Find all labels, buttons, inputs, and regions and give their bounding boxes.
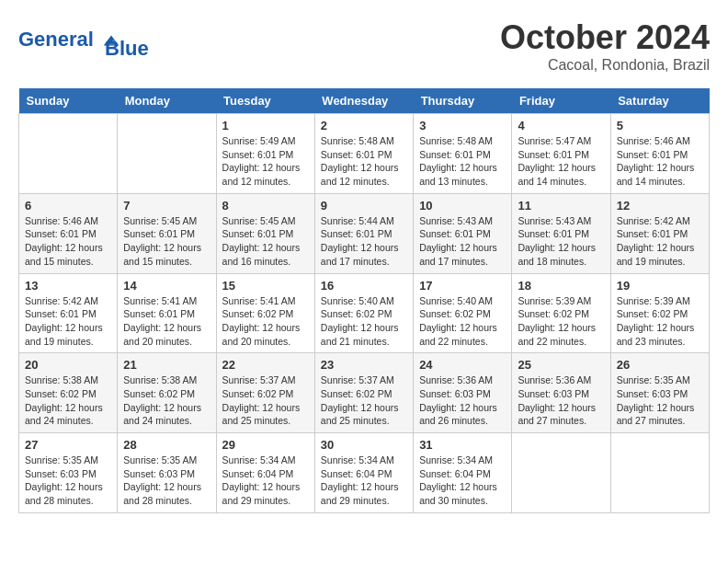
- calendar-table: SundayMondayTuesdayWednesdayThursdayFrid…: [18, 88, 710, 513]
- calendar-cell: [118, 114, 216, 194]
- day-info: Sunrise: 5:34 AM Sunset: 6:04 PM Dayligh…: [222, 454, 309, 508]
- day-info: Sunrise: 5:39 AM Sunset: 6:02 PM Dayligh…: [518, 294, 604, 349]
- day-info: Sunrise: 5:48 AM Sunset: 6:01 PM Dayligh…: [321, 134, 407, 189]
- calendar-cell: 31Sunrise: 5:34 AM Sunset: 6:04 PM Dayli…: [414, 433, 512, 513]
- calendar-week-4: 20Sunrise: 5:38 AM Sunset: 6:02 PM Dayli…: [19, 353, 710, 433]
- day-info: Sunrise: 5:35 AM Sunset: 6:03 PM Dayligh…: [25, 454, 111, 508]
- calendar-cell: 12Sunrise: 5:42 AM Sunset: 6:01 PM Dayli…: [610, 193, 709, 273]
- calendar-cell: 1Sunrise: 5:49 AM Sunset: 6:01 PM Daylig…: [216, 114, 314, 194]
- calendar-cell: 8Sunrise: 5:45 AM Sunset: 6:01 PM Daylig…: [216, 193, 314, 273]
- day-number: 6: [25, 199, 111, 213]
- day-info: Sunrise: 5:34 AM Sunset: 6:04 PM Dayligh…: [321, 454, 407, 508]
- day-info: Sunrise: 5:41 AM Sunset: 6:02 PM Dayligh…: [222, 294, 309, 349]
- calendar-cell: 9Sunrise: 5:44 AM Sunset: 6:01 PM Daylig…: [314, 193, 413, 273]
- weekday-wednesday: Wednesday: [314, 88, 413, 114]
- calendar-cell: 6Sunrise: 5:46 AM Sunset: 6:01 PM Daylig…: [19, 193, 118, 273]
- calendar-cell: 11Sunrise: 5:43 AM Sunset: 6:01 PM Dayli…: [512, 193, 610, 273]
- day-info: Sunrise: 5:49 AM Sunset: 6:01 PM Dayligh…: [222, 134, 309, 189]
- day-info: Sunrise: 5:42 AM Sunset: 6:01 PM Dayligh…: [25, 294, 111, 349]
- day-info: Sunrise: 5:40 AM Sunset: 6:02 PM Dayligh…: [321, 294, 407, 349]
- calendar-cell: 16Sunrise: 5:40 AM Sunset: 6:02 PM Dayli…: [314, 273, 413, 353]
- day-number: 12: [617, 199, 703, 213]
- calendar-cell: 13Sunrise: 5:42 AM Sunset: 6:01 PM Dayli…: [19, 273, 118, 353]
- day-number: 22: [222, 358, 309, 372]
- day-number: 13: [25, 279, 111, 293]
- calendar-cell: 28Sunrise: 5:35 AM Sunset: 6:03 PM Dayli…: [118, 433, 216, 513]
- calendar-cell: 19Sunrise: 5:39 AM Sunset: 6:02 PM Dayli…: [610, 273, 709, 353]
- calendar-cell: 26Sunrise: 5:35 AM Sunset: 6:03 PM Dayli…: [610, 353, 709, 433]
- day-number: 29: [222, 438, 309, 452]
- calendar-cell: 23Sunrise: 5:37 AM Sunset: 6:02 PM Dayli…: [314, 353, 413, 433]
- calendar-header: SundayMondayTuesdayWednesdayThursdayFrid…: [19, 88, 710, 114]
- calendar-week-5: 27Sunrise: 5:35 AM Sunset: 6:03 PM Dayli…: [19, 433, 710, 513]
- calendar-cell: 10Sunrise: 5:43 AM Sunset: 6:01 PM Dayli…: [414, 193, 512, 273]
- day-number: 16: [321, 279, 407, 293]
- weekday-sunday: Sunday: [19, 88, 118, 114]
- day-number: 31: [419, 438, 506, 452]
- calendar-cell: 21Sunrise: 5:38 AM Sunset: 6:02 PM Dayli…: [118, 353, 216, 433]
- day-info: Sunrise: 5:36 AM Sunset: 6:03 PM Dayligh…: [419, 373, 506, 428]
- day-info: Sunrise: 5:35 AM Sunset: 6:03 PM Dayligh…: [123, 454, 210, 508]
- day-info: Sunrise: 5:40 AM Sunset: 6:02 PM Dayligh…: [419, 294, 506, 349]
- calendar-cell: 27Sunrise: 5:35 AM Sunset: 6:03 PM Dayli…: [19, 433, 118, 513]
- day-number: 25: [518, 358, 604, 372]
- day-info: Sunrise: 5:48 AM Sunset: 6:01 PM Dayligh…: [419, 134, 506, 189]
- day-number: 18: [518, 279, 604, 293]
- day-info: Sunrise: 5:37 AM Sunset: 6:02 PM Dayligh…: [321, 373, 407, 428]
- calendar-week-3: 13Sunrise: 5:42 AM Sunset: 6:01 PM Dayli…: [19, 273, 710, 353]
- calendar-cell: 7Sunrise: 5:45 AM Sunset: 6:01 PM Daylig…: [118, 193, 216, 273]
- day-number: 8: [222, 199, 309, 213]
- day-number: 3: [419, 119, 506, 132]
- month-title: October 2024: [500, 18, 710, 57]
- page-header: General Blue October 2024 Cacoal, Rondon…: [18, 18, 710, 74]
- logo-general: General: [18, 28, 94, 51]
- calendar-cell: 2Sunrise: 5:48 AM Sunset: 6:01 PM Daylig…: [314, 114, 413, 194]
- day-info: Sunrise: 5:38 AM Sunset: 6:02 PM Dayligh…: [25, 373, 111, 428]
- calendar-cell: 4Sunrise: 5:47 AM Sunset: 6:01 PM Daylig…: [512, 114, 610, 194]
- calendar-cell: 24Sunrise: 5:36 AM Sunset: 6:03 PM Dayli…: [414, 353, 512, 433]
- day-number: 14: [123, 279, 210, 293]
- calendar-cell: 3Sunrise: 5:48 AM Sunset: 6:01 PM Daylig…: [414, 114, 512, 194]
- day-number: 20: [25, 358, 111, 372]
- day-number: 17: [419, 279, 506, 293]
- day-info: Sunrise: 5:36 AM Sunset: 6:03 PM Dayligh…: [518, 373, 604, 428]
- location-subtitle: Cacoal, Rondonia, Brazil: [500, 57, 710, 74]
- day-number: 11: [518, 199, 604, 213]
- day-number: 4: [518, 119, 604, 132]
- day-info: Sunrise: 5:37 AM Sunset: 6:02 PM Dayligh…: [222, 373, 309, 428]
- calendar-cell: [610, 433, 709, 513]
- logo: General Blue: [18, 18, 149, 61]
- calendar-cell: 14Sunrise: 5:41 AM Sunset: 6:01 PM Dayli…: [118, 273, 216, 353]
- day-number: 23: [321, 358, 407, 372]
- calendar-cell: 25Sunrise: 5:36 AM Sunset: 6:03 PM Dayli…: [512, 353, 610, 433]
- day-info: Sunrise: 5:38 AM Sunset: 6:02 PM Dayligh…: [123, 373, 210, 428]
- day-number: 24: [419, 358, 506, 372]
- calendar-body: 1Sunrise: 5:49 AM Sunset: 6:01 PM Daylig…: [19, 114, 710, 513]
- calendar-cell: 5Sunrise: 5:46 AM Sunset: 6:01 PM Daylig…: [610, 114, 709, 194]
- day-number: 9: [321, 199, 407, 213]
- day-number: 7: [123, 199, 210, 213]
- day-info: Sunrise: 5:45 AM Sunset: 6:01 PM Dayligh…: [123, 214, 210, 269]
- day-info: Sunrise: 5:41 AM Sunset: 6:01 PM Dayligh…: [123, 294, 210, 349]
- weekday-tuesday: Tuesday: [216, 88, 314, 114]
- weekday-saturday: Saturday: [610, 88, 709, 114]
- calendar-cell: [512, 433, 610, 513]
- day-info: Sunrise: 5:46 AM Sunset: 6:01 PM Dayligh…: [25, 214, 111, 269]
- day-number: 27: [25, 438, 111, 452]
- day-number: 1: [222, 119, 309, 132]
- calendar-week-2: 6Sunrise: 5:46 AM Sunset: 6:01 PM Daylig…: [19, 193, 710, 273]
- day-info: Sunrise: 5:46 AM Sunset: 6:01 PM Dayligh…: [617, 134, 703, 189]
- weekday-thursday: Thursday: [414, 88, 512, 114]
- day-number: 10: [419, 199, 506, 213]
- day-number: 30: [321, 438, 407, 452]
- day-info: Sunrise: 5:42 AM Sunset: 6:01 PM Dayligh…: [617, 214, 703, 269]
- title-block: October 2024 Cacoal, Rondonia, Brazil: [500, 18, 710, 74]
- day-number: 19: [617, 279, 703, 293]
- day-number: 26: [617, 358, 703, 372]
- weekday-friday: Friday: [512, 88, 610, 114]
- calendar-cell: 18Sunrise: 5:39 AM Sunset: 6:02 PM Dayli…: [512, 273, 610, 353]
- calendar-cell: 17Sunrise: 5:40 AM Sunset: 6:02 PM Dayli…: [414, 273, 512, 353]
- day-info: Sunrise: 5:43 AM Sunset: 6:01 PM Dayligh…: [419, 214, 506, 269]
- calendar-cell: 20Sunrise: 5:38 AM Sunset: 6:02 PM Dayli…: [19, 353, 118, 433]
- weekday-monday: Monday: [118, 88, 216, 114]
